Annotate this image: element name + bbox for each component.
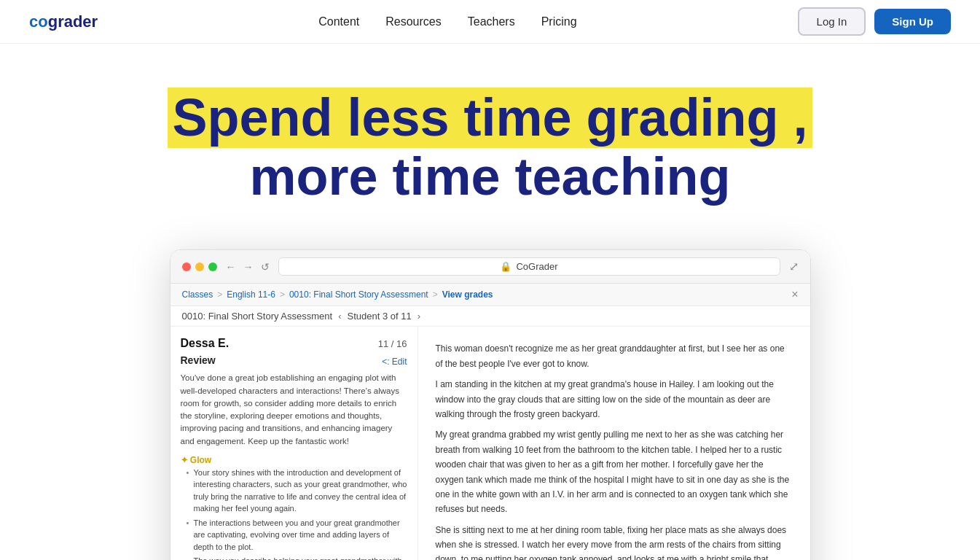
edit-button[interactable]: <: Edit — [382, 357, 407, 367]
close-button[interactable]: × — [791, 288, 798, 301]
logo[interactable]: cograder — [29, 12, 98, 31]
feedback-header: Dessa E. 11 / 16 — [181, 337, 407, 350]
glow-bullets: Your story shines with the introduction … — [181, 467, 407, 560]
url-text: CoGrader — [516, 261, 557, 272]
nav-content[interactable]: Content — [318, 15, 359, 28]
glow-label: ✦ Glow — [181, 455, 212, 465]
student-name: Dessa E. — [181, 337, 230, 350]
glow-category: ✦ Glow — [181, 455, 407, 465]
nav-pricing[interactable]: Pricing — [541, 15, 577, 28]
login-button[interactable]: Log In — [798, 7, 866, 36]
browser-dot-green[interactable] — [208, 262, 217, 271]
glow-bullet-1: Your story shines with the introduction … — [187, 467, 407, 515]
browser-dot-yellow[interactable] — [195, 262, 204, 271]
lock-icon: 🔒 — [500, 261, 511, 272]
browser-bar: ← → ↺ 🔒 CoGrader ⤢ — [170, 250, 810, 284]
navbar: cograder Content Resources Teachers Pric… — [0, 0, 980, 44]
breadcrumb-sep2: > — [280, 289, 285, 300]
feedback-panel: Dessa E. 11 / 16 Review <: Edit You've d… — [170, 327, 418, 560]
hero-line1: Spend less time grading , — [168, 88, 812, 148]
browser-expand-icon[interactable]: ⤢ — [789, 260, 799, 273]
app-main: Dessa E. 11 / 16 Review <: Edit You've d… — [170, 327, 810, 560]
essay-para-2: I am standing in the kitchen at my great… — [436, 377, 793, 421]
hero-section: Spend less time grading , more time teac… — [0, 44, 980, 228]
essay-para-3: My great grandma grabbed my wrist gently… — [436, 427, 793, 516]
app-content: Classes > English 11-6 > 0010: Final Sho… — [170, 284, 810, 560]
student-score: 11 / 16 — [378, 338, 407, 349]
breadcrumb-sep1: > — [217, 289, 222, 300]
signup-button[interactable]: Sign Up — [874, 9, 951, 34]
student-bar: 0010: Final Short Story Assessment ‹ Stu… — [170, 306, 810, 327]
logo-grader: grader — [48, 12, 98, 31]
browser-refresh-icon[interactable]: ↺ — [261, 261, 270, 273]
review-text: You've done a great job establishing an … — [181, 372, 407, 448]
app-topbar: Classes > English 11-6 > 0010: Final Sho… — [170, 284, 810, 306]
breadcrumb-classes[interactable]: Classes — [182, 289, 213, 300]
browser-dots — [182, 262, 217, 271]
breadcrumb-english[interactable]: English 11-6 — [227, 289, 275, 300]
essay-para-1: This woman doesn't recognize me as her g… — [436, 341, 793, 371]
student-prev-arrow[interactable]: ‹ — [338, 311, 341, 322]
browser-forward-icon[interactable]: → — [243, 261, 254, 273]
nav-links: Content Resources Teachers Pricing — [318, 15, 576, 28]
logo-co: co — [29, 12, 48, 31]
review-title: Review — [181, 354, 216, 366]
browser-nav: ← → ↺ — [226, 261, 270, 273]
browser-back-icon[interactable]: ← — [226, 261, 236, 273]
essay-panel: This woman doesn't recognize me as her g… — [418, 327, 810, 560]
breadcrumb-view-grades[interactable]: View grades — [442, 289, 493, 300]
hero-title: Spend less time grading , more time teac… — [162, 88, 818, 206]
glow-bullet-2: The interactions between you and your gr… — [187, 517, 407, 553]
nav-actions: Log In Sign Up — [798, 7, 951, 36]
nav-teachers[interactable]: Teachers — [468, 15, 515, 28]
essay-para-4: She is sitting next to me at her dining … — [436, 523, 793, 560]
glow-bullet-3: The way you describe helping your great … — [187, 555, 407, 560]
student-indicator: Student 3 of 11 — [348, 311, 412, 322]
hero-line2: more time teaching — [162, 148, 818, 206]
student-next-arrow[interactable]: › — [418, 311, 420, 322]
breadcrumb-assignment[interactable]: 0010: Final Short Story Assessment — [289, 289, 428, 300]
assignment-label: 0010: Final Short Story Assessment — [182, 311, 333, 322]
browser-mockup: ← → ↺ 🔒 CoGrader ⤢ Classes > English 11-… — [170, 249, 811, 560]
breadcrumb-sep3: > — [433, 289, 438, 300]
browser-dot-red[interactable] — [182, 262, 191, 271]
browser-url-bar[interactable]: 🔒 CoGrader — [278, 257, 780, 276]
nav-resources[interactable]: Resources — [385, 15, 441, 28]
